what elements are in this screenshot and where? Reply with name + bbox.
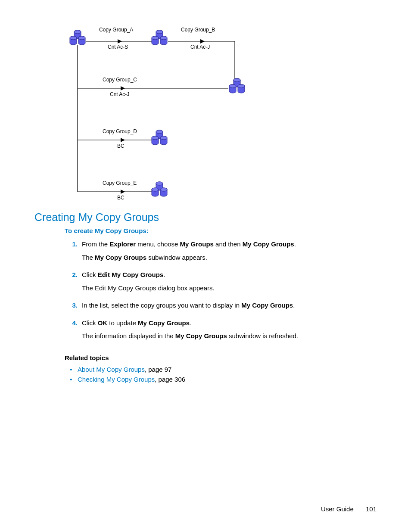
related-item: •Checking My Copy Groups, page 306 <box>65 376 377 383</box>
label-copy-group-e: Copy Group_E <box>103 180 137 186</box>
label-copy-group-c: Copy Group_C <box>103 77 137 83</box>
procedure-title: To create My Copy Groups: <box>65 227 377 234</box>
page-footer: User Guide 101 <box>321 505 377 513</box>
step-number: 2. <box>65 270 82 296</box>
related-page-ref: , page 97 <box>145 366 172 373</box>
step: 3.In the list, select the copy groups yo… <box>65 301 377 314</box>
step-body: Click OK to update My Copy Groups.The in… <box>82 318 377 345</box>
step-body: From the Explorer menu, choose My Groups… <box>82 240 377 266</box>
related-topics-heading: Related topics <box>65 354 377 361</box>
steps-list: 1.From the Explorer menu, choose My Grou… <box>65 240 377 345</box>
related-item: •About My Copy Groups, page 97 <box>65 366 377 373</box>
label-bc-1: BC <box>117 143 125 149</box>
step-line: Click Edit My Copy Groups. <box>82 270 377 280</box>
step: 1.From the Explorer menu, choose My Grou… <box>65 240 377 266</box>
footer-label: User Guide <box>321 505 354 513</box>
step-line: The information displayed in the My Copy… <box>82 331 377 341</box>
label-copy-group-b: Copy Group_B <box>181 27 215 33</box>
copy-groups-diagram: Copy Group_A Copy Group_B Cnt Ac-S Cnt A… <box>69 26 250 198</box>
label-cnt-ac-s: Cnt Ac-S <box>108 44 128 50</box>
step-line: The My Copy Groups subwindow appears. <box>82 253 377 263</box>
related-link[interactable]: About My Copy Groups <box>78 366 145 373</box>
step-line: The Edit My Copy Groups dialog box appea… <box>82 283 377 293</box>
step-number: 3. <box>65 301 82 314</box>
related-page-ref: , page 306 <box>155 376 185 383</box>
step-line: Click OK to update My Copy Groups. <box>82 318 377 328</box>
bullet-icon: • <box>65 376 78 383</box>
step-body: Click Edit My Copy Groups.The Edit My Co… <box>82 270 377 296</box>
step: 2.Click Edit My Copy Groups.The Edit My … <box>65 270 377 296</box>
diagram-svg <box>69 26 250 198</box>
bullet-icon: • <box>65 366 78 373</box>
related-link[interactable]: Checking My Copy Groups <box>78 376 155 383</box>
label-cnt-ac-j-1: Cnt Ac-J <box>190 44 210 50</box>
step-line: From the Explorer menu, choose My Groups… <box>82 240 377 249</box>
page-number: 101 <box>366 505 377 513</box>
section-heading: Creating My Copy Groups <box>34 211 377 224</box>
step-body: In the list, select the copy groups you … <box>82 301 377 314</box>
label-bc-2: BC <box>117 195 125 201</box>
label-copy-group-a: Copy Group_A <box>99 27 133 33</box>
label-cnt-ac-j-2: Cnt Ac-J <box>110 91 129 97</box>
step-number: 1. <box>65 240 82 266</box>
label-copy-group-d: Copy Group_D <box>103 128 137 134</box>
step-number: 4. <box>65 318 82 345</box>
related-topics-list: •About My Copy Groups, page 97•Checking … <box>65 366 377 383</box>
step-line: In the list, select the copy groups you … <box>82 301 377 311</box>
step: 4.Click OK to update My Copy Groups.The … <box>65 318 377 345</box>
